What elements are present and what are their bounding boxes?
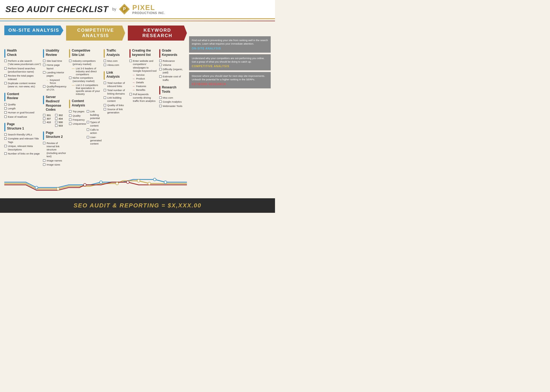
list-item: Perform brand searches (product/service … (4, 67, 41, 74)
checkbox[interactable] (159, 96, 162, 99)
list-item: Relevance (159, 59, 187, 63)
grade-list: Relevance Volume Difficulty (organic, pa… (159, 59, 187, 82)
checkbox[interactable] (69, 60, 71, 62)
site-list: Industry competitors (primary market) (69, 59, 102, 66)
checkbox[interactable] (4, 116, 7, 118)
checkbox[interactable] (4, 107, 7, 110)
checkbox[interactable] (104, 108, 106, 110)
svg-point-9 (137, 179, 140, 182)
checkbox[interactable] (159, 68, 162, 70)
checkbox[interactable] (4, 67, 7, 70)
checkbox[interactable] (159, 105, 162, 107)
checkbox[interactable] (43, 163, 45, 166)
footer-text: SEO AUDIT & REPORTING = $X,XXX.00 (4, 202, 271, 209)
info-box-keyword-text: Discover where you should start for next… (192, 74, 265, 81)
checkbox[interactable] (69, 110, 71, 113)
footer: SEO AUDIT & REPORTING = $X,XXX.00 (0, 198, 275, 213)
checkbox[interactable] (4, 60, 7, 62)
list-item: Moz.com (159, 96, 187, 99)
arrow-item: →Keyword focus (46, 78, 66, 84)
list-item: Enter website and competitors' sites/pag… (129, 59, 157, 73)
checkbox[interactable] (159, 64, 162, 66)
list-item: Alexa.com (104, 63, 126, 67)
checkbox[interactable] (129, 60, 132, 62)
checkbox[interactable] (43, 60, 45, 62)
list-item: Types of content (87, 121, 102, 127)
research-tools-list: Moz.com Google Analytics Webmaster Tools (159, 96, 187, 108)
checkbox[interactable] (69, 77, 71, 79)
checkbox[interactable] (55, 121, 57, 123)
page-structure2-title: PageStructure 2 (46, 131, 63, 139)
checkbox[interactable] (129, 93, 132, 95)
list-item: Industry competitors (primary market) (69, 59, 102, 66)
list-item: Home page layout (43, 63, 66, 70)
checkbox[interactable] (159, 75, 162, 78)
checkbox[interactable] (4, 133, 7, 136)
checkbox[interactable] (43, 85, 45, 88)
checkbox[interactable] (87, 136, 89, 138)
code-item: 503 (55, 124, 66, 127)
checkbox[interactable] (43, 121, 45, 123)
content-analysis-title: ContentAnalysis (72, 99, 85, 107)
checkbox[interactable] (87, 110, 89, 113)
checkbox[interactable] (69, 123, 71, 125)
svg-point-11 (153, 178, 156, 181)
checkbox[interactable] (43, 159, 45, 162)
checkbox[interactable] (4, 82, 7, 84)
checkbox[interactable] (4, 152, 7, 155)
code-item: 307 (43, 117, 54, 120)
usability-list2: Quality/frequency of CTA (43, 85, 66, 92)
checkbox[interactable] (159, 60, 162, 62)
checkbox[interactable] (104, 89, 106, 91)
checkbox[interactable] (69, 118, 71, 121)
research-tools-title: ResearchTools (162, 85, 176, 94)
list-item: Top pages (69, 110, 86, 113)
content-analysis-right: Link building potential Types of content… (87, 110, 102, 145)
checkbox[interactable] (55, 124, 57, 127)
list-item: User-generated content (87, 136, 102, 146)
logo-diamond-icon: P (118, 3, 130, 15)
checkbox[interactable] (4, 137, 7, 140)
checkbox[interactable] (87, 121, 89, 123)
metro-svg (4, 169, 187, 196)
list-item: Duplicate content review (www vs. non-ww… (4, 82, 41, 88)
svg-point-6 (100, 181, 102, 184)
right-section: Find out what is preventing your site fr… (189, 26, 271, 196)
checkbox[interactable] (104, 82, 106, 84)
checkbox[interactable] (4, 74, 7, 77)
list-item: Landing interior pages (43, 71, 66, 78)
checkbox[interactable] (4, 111, 7, 114)
list-item: Link building content (104, 96, 126, 103)
checkbox[interactable] (4, 145, 7, 147)
content-review-title: ContentReview (7, 92, 19, 100)
list-item: Google Analytics (159, 100, 187, 103)
usability-section: UsabilityReview Site load time Home page… (43, 45, 66, 167)
checkbox[interactable] (69, 114, 71, 117)
checkbox[interactable] (43, 117, 45, 120)
info-box-competitive-label: COMPETITIVE ANALYSIS (192, 64, 268, 68)
checkbox[interactable] (104, 104, 106, 106)
checkbox[interactable] (104, 60, 106, 62)
checkbox[interactable] (43, 64, 45, 66)
checkbox[interactable] (55, 117, 57, 120)
checkbox[interactable] (55, 114, 57, 116)
list-item: Quality (69, 114, 86, 117)
checkbox[interactable] (43, 142, 45, 144)
traffic-list: Moz.com Alexa.com (104, 59, 126, 67)
checkbox[interactable] (4, 103, 7, 106)
list-item: Total number of linking domains (104, 89, 126, 95)
checkbox[interactable] (43, 71, 45, 74)
list-item: Frequency (69, 118, 86, 121)
svg-point-12 (164, 181, 167, 184)
checkbox[interactable] (159, 100, 162, 103)
list-item: Total number of inbound links (104, 81, 126, 88)
checkbox[interactable] (43, 114, 45, 116)
on-site-banner: ON-SITE ANALYSIS (4, 26, 63, 35)
checkbox[interactable] (104, 96, 106, 99)
checkbox[interactable] (87, 128, 89, 131)
checkbox[interactable] (104, 64, 106, 66)
code-item: 404 (55, 117, 66, 120)
arrow-item: →Features (132, 85, 157, 88)
header: SEO AUDIT CHECKLIST by P PIXEL PRODUCTIO… (0, 0, 275, 19)
list-item: Complete and relevant Title Tags (4, 137, 41, 144)
